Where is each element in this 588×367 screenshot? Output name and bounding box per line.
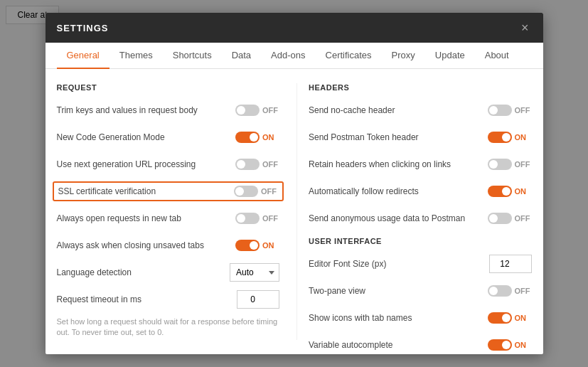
setting-retain-headers: Retain headers when clicking on links OF… (309, 154, 532, 174)
setting-two-pane: Two-pane view OFF (309, 281, 532, 301)
url-processing-label: Use next generation URL processing (57, 159, 236, 169)
setting-font-size: Editor Font Size (px) (309, 254, 532, 274)
toggle-track (488, 312, 512, 324)
anonymous-data-label: Send anonymous usage data to Postman (309, 213, 488, 223)
language-label: Language detection (57, 267, 230, 277)
toggle-state-label: ON (262, 241, 279, 250)
toggle-state-label: OFF (515, 287, 532, 295)
open-new-tab-label: Always open requests in new tab (57, 213, 236, 223)
timeout-hint: Set how long a request should wait for a… (57, 317, 280, 339)
toggle-state-label: OFF (262, 160, 279, 169)
setting-code-gen: New Code Generation Mode ON (57, 127, 280, 147)
timeout-control (237, 290, 279, 309)
setting-url-processing: Use next generation URL processing OFF (57, 154, 280, 174)
autocomplete-toggle[interactable]: ON (488, 339, 532, 351)
toggle-track (488, 159, 512, 170)
tab-proxy[interactable]: Proxy (382, 43, 425, 69)
language-control: Auto Manual (230, 263, 279, 282)
url-processing-toggle[interactable]: OFF (235, 159, 279, 170)
setting-no-cache: Send no-cache header OFF (309, 100, 532, 120)
font-size-label: Editor Font Size (px) (309, 259, 489, 269)
setting-postman-token: Send Postman Token header ON (309, 127, 532, 147)
ask-closing-label: Always ask when closing unsaved tabs (57, 240, 236, 250)
tab-update[interactable]: Update (425, 43, 475, 69)
toggle-track (488, 285, 512, 297)
follow-redirects-label: Automatically follow redirects (309, 186, 488, 196)
follow-redirects-toggle[interactable]: ON (488, 186, 532, 197)
language-select[interactable]: Auto Manual (230, 263, 279, 282)
retain-headers-toggle[interactable]: OFF (488, 159, 532, 170)
no-cache-label: Send no-cache header (309, 105, 488, 115)
modal-body: REQUEST Trim keys and values in request … (46, 69, 543, 354)
font-size-input[interactable] (489, 255, 532, 273)
ask-closing-toggle[interactable]: ON (235, 240, 279, 251)
trim-keys-label: Trim keys and values in request body (57, 105, 236, 115)
setting-open-new-tab: Always open requests in new tab OFF (57, 208, 280, 228)
toggle-state-label: ON (515, 187, 532, 196)
tab-addons[interactable]: Add-ons (261, 43, 315, 69)
autocomplete-label: Variable autocomplete (309, 340, 488, 350)
tab-themes[interactable]: Themes (109, 43, 163, 69)
toggle-state-label: ON (515, 133, 532, 142)
settings-modal: SETTINGS × General Themes Shortcuts Data… (46, 13, 543, 354)
ui-section-header: USER INTERFACE (309, 237, 532, 245)
modal-overlay: SETTINGS × General Themes Shortcuts Data… (0, 0, 588, 367)
toggle-track (235, 159, 260, 170)
close-button[interactable]: × (518, 21, 532, 34)
toggle-state-label: ON (515, 341, 532, 349)
toggle-state-label: OFF (515, 106, 532, 115)
modal-title: SETTINGS (57, 23, 109, 33)
right-column: HEADERS Send no-cache header OFF Send Po… (296, 83, 532, 340)
setting-trim-keys: Trim keys and values in request body OFF (57, 100, 280, 120)
setting-show-icons: Show icons with tab names ON (309, 308, 532, 328)
tab-general[interactable]: General (57, 43, 109, 69)
toggle-track (488, 132, 512, 143)
code-gen-toggle[interactable]: ON (235, 132, 279, 143)
timeout-input[interactable] (237, 290, 279, 309)
toggle-track (235, 240, 260, 251)
show-icons-toggle[interactable]: ON (488, 312, 532, 324)
request-section-header: REQUEST (57, 83, 280, 92)
headers-section-header: HEADERS (309, 83, 532, 92)
postman-token-label: Send Postman Token header (309, 132, 488, 142)
toggle-state-label: OFF (262, 106, 279, 115)
no-cache-toggle[interactable]: OFF (488, 105, 532, 116)
setting-follow-redirects: Automatically follow redirects ON (309, 181, 532, 201)
toggle-state-label: OFF (515, 214, 532, 223)
setting-autocomplete: Variable autocomplete ON (309, 335, 532, 354)
setting-timeout: Request timeout in ms (57, 289, 280, 309)
ssl-cert-label: SSL certificate verification (58, 186, 235, 196)
toggle-track (234, 186, 258, 197)
ssl-cert-toggle[interactable]: OFF (234, 186, 278, 197)
two-pane-toggle[interactable]: OFF (488, 285, 532, 297)
modal-header: SETTINGS × (46, 13, 543, 43)
toggle-track (488, 105, 512, 116)
tabs-bar: General Themes Shortcuts Data Add-ons Ce… (46, 43, 543, 69)
anonymous-data-toggle[interactable]: OFF (488, 213, 532, 224)
toggle-track (235, 213, 260, 224)
tab-data[interactable]: Data (222, 43, 261, 69)
toggle-track (235, 105, 260, 116)
setting-ssl-cert: SSL certificate verification OFF (53, 181, 284, 201)
code-gen-label: New Code Generation Mode (57, 132, 236, 142)
toggle-state-label: ON (515, 314, 532, 322)
setting-language: Language detection Auto Manual (57, 262, 280, 282)
two-pane-label: Two-pane view (309, 286, 488, 296)
tab-about[interactable]: About (475, 43, 519, 69)
setting-ask-closing: Always ask when closing unsaved tabs ON (57, 235, 280, 255)
toggle-track (488, 186, 512, 197)
toggle-state-label: ON (262, 133, 279, 142)
retain-headers-label: Retain headers when clicking on links (309, 159, 488, 169)
left-column: REQUEST Trim keys and values in request … (57, 83, 297, 340)
toggle-state-label: OFF (515, 160, 532, 169)
toggle-track (488, 213, 512, 224)
toggle-track (235, 132, 260, 143)
trim-keys-toggle[interactable]: OFF (235, 105, 279, 116)
tab-certificates[interactable]: Certificates (316, 43, 382, 69)
setting-anonymous-data: Send anonymous usage data to Postman OFF (309, 208, 532, 228)
font-size-control (489, 255, 532, 273)
tab-shortcuts[interactable]: Shortcuts (163, 43, 222, 69)
postman-token-toggle[interactable]: ON (488, 132, 532, 143)
open-new-tab-toggle[interactable]: OFF (235, 213, 279, 224)
toggle-state-label: OFF (262, 214, 279, 223)
